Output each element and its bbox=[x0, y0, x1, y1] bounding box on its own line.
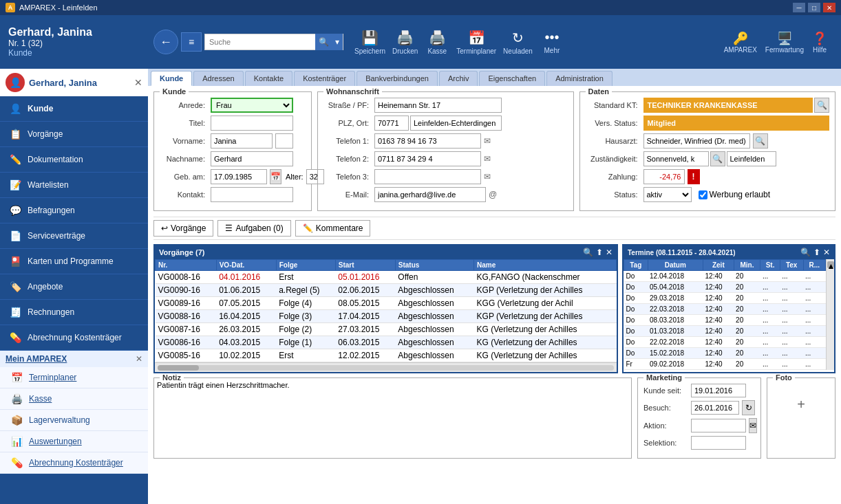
tel1-input[interactable] bbox=[374, 133, 481, 149]
table-row[interactable]: Do08.03.201812:4020......... bbox=[624, 315, 826, 326]
maximize-button[interactable]: □ bbox=[808, 3, 820, 12]
tab-kostentraeger[interactable]: Kostenträger bbox=[294, 71, 355, 86]
minimize-button[interactable]: ─ bbox=[793, 3, 805, 12]
vorgaenge-scrollbar-thumb[interactable] bbox=[158, 365, 199, 371]
table-row[interactable]: Do22.03.201812:4020......... bbox=[624, 304, 826, 315]
table-row[interactable]: VG0090-1601.06.2015a.Regel (5)02.06.2015… bbox=[156, 284, 617, 297]
sidebar-item-dokumentation[interactable]: ✏️ Dokumentation bbox=[0, 147, 148, 173]
table-row[interactable]: Do05.04.201812:4020......... bbox=[624, 282, 826, 293]
sidebar-item-servicevertraege[interactable]: 📄 Serviceverträge bbox=[0, 223, 148, 249]
table-row[interactable]: VG0085-1610.02.2015Erst12.02.2015Abgesch… bbox=[156, 349, 617, 362]
sidebar-item-befragungen[interactable]: 💬 Befragungen bbox=[0, 198, 148, 223]
table-row[interactable]: VG0089-1607.05.2015Folge (4)08.05.2015Ab… bbox=[156, 297, 617, 310]
sidebar-item-rechnungen[interactable]: 🧾 Rechnungen bbox=[0, 300, 148, 325]
close-button[interactable]: ✕ bbox=[823, 3, 835, 12]
termine-close-icon[interactable]: ✕ bbox=[823, 248, 830, 257]
kontakt-input[interactable] bbox=[211, 187, 293, 202]
calendar-button[interactable]: 📅 bbox=[270, 169, 281, 184]
anrede-select[interactable]: Frau bbox=[211, 98, 293, 113]
table-row[interactable]: Do22.02.201812:4020......... bbox=[624, 337, 826, 348]
plz-input[interactable] bbox=[374, 116, 409, 131]
sidebar-item-abrechnung[interactable]: 💊 Abrechnung Kostenträger bbox=[0, 325, 148, 351]
besuch-refresh-button[interactable]: ↻ bbox=[742, 400, 755, 415]
terminplaner-action[interactable]: 📅 Terminplaner bbox=[454, 28, 499, 56]
tab-kunde[interactable]: Kunde bbox=[151, 71, 192, 86]
status-select[interactable]: aktiv bbox=[643, 187, 692, 202]
table-row[interactable]: Do12.04.201812:4020......... bbox=[624, 271, 826, 282]
search-button[interactable]: 🔍 bbox=[315, 34, 332, 50]
print-action[interactable]: 🖨️ Drucken bbox=[390, 28, 420, 56]
kt-search-button[interactable]: 🔍 bbox=[814, 98, 829, 113]
sidebar-active-close-icon[interactable]: ✕ bbox=[134, 77, 142, 88]
tab-administration[interactable]: Administration bbox=[546, 71, 613, 86]
aktion-input[interactable] bbox=[691, 419, 746, 432]
sidebar-item-kunde[interactable]: 👤 Kunde bbox=[0, 96, 148, 122]
back-button[interactable]: ← bbox=[153, 30, 178, 54]
vorgaenge-search-icon[interactable]: 🔍 bbox=[583, 248, 593, 257]
tab-adressen[interactable]: Adressen bbox=[193, 71, 243, 86]
tab-bankverbindungen[interactable]: Bankverbindungen bbox=[356, 71, 438, 86]
mehr-action[interactable]: ••• Mehr bbox=[537, 28, 567, 56]
sidebar-item-angebote[interactable]: 🏷️ Angebote bbox=[0, 274, 148, 300]
vorgaenge-expand-icon[interactable]: ⬆ bbox=[596, 248, 603, 257]
sub-item-terminplaner[interactable]: 📅 Terminplaner bbox=[0, 367, 148, 388]
sub-item-lager[interactable]: 📦 Lagerverwaltung bbox=[0, 410, 148, 431]
table-row[interactable]: VG0008-1604.01.2016Erst05.01.2016OffenKG… bbox=[156, 271, 617, 284]
foto-add-button[interactable]: + bbox=[773, 384, 829, 425]
table-row[interactable]: VG0087-1626.03.2015Folge (2)27.03.2015Ab… bbox=[156, 323, 617, 336]
mein-amparex-close-icon[interactable]: ✕ bbox=[136, 354, 142, 364]
tab-archiv[interactable]: Archiv bbox=[439, 71, 478, 86]
sub-item-kasse[interactable]: 🖨️ Kasse bbox=[0, 388, 148, 410]
table-row[interactable]: VG0086-1604.03.2015Folge (1)06.03.2015Ab… bbox=[156, 336, 617, 349]
tab-kontakte[interactable]: Kontakte bbox=[245, 71, 292, 86]
kasse-action[interactable]: 🖨️ Kasse bbox=[422, 28, 452, 56]
kommentare-button[interactable]: ✏️ Kommentare bbox=[295, 220, 371, 237]
vorname-input[interactable] bbox=[211, 133, 273, 149]
ort-input[interactable] bbox=[410, 116, 502, 131]
menu-button[interactable]: ≡ bbox=[181, 32, 202, 52]
zustand-search-button[interactable]: 🔍 bbox=[710, 151, 725, 166]
table-row[interactable]: Do15.02.201812:4020......... bbox=[624, 348, 826, 359]
geb-input[interactable] bbox=[211, 169, 267, 184]
search-dropdown-button[interactable]: ▾ bbox=[332, 34, 343, 50]
notiz-textarea[interactable]: Patientin trägt einen Herzschrittmacher. bbox=[154, 378, 631, 440]
amparex-link[interactable]: 🔑 AMPAREX bbox=[724, 31, 757, 54]
hilfe-link[interactable]: ❓ Hilfe bbox=[812, 31, 827, 54]
besuch-input[interactable] bbox=[691, 401, 739, 415]
sidebar-item-vorgaenge[interactable]: 📋 Vorgänge bbox=[0, 122, 148, 147]
werbung-checkbox-label[interactable]: Werbung erlaubt bbox=[699, 190, 771, 199]
search-input[interactable] bbox=[205, 36, 315, 47]
termine-scroll-up[interactable]: ▲ bbox=[827, 261, 834, 268]
aktion-send-button[interactable]: ✉ bbox=[749, 418, 757, 433]
tel3-input[interactable] bbox=[374, 169, 481, 184]
table-row[interactable]: Do29.03.201812:4020......... bbox=[624, 293, 826, 304]
titel-input[interactable] bbox=[211, 116, 293, 131]
aufgaben-button[interactable]: ☰ Aufgaben (0) bbox=[217, 220, 290, 237]
werbung-checkbox[interactable] bbox=[699, 190, 707, 199]
save-action[interactable]: 💾 Speichern bbox=[352, 28, 388, 56]
termine-search-icon[interactable]: 🔍 bbox=[800, 248, 811, 257]
sub-item-auswertungen[interactable]: 📊 Auswertungen bbox=[0, 431, 148, 452]
sidebar-item-karten[interactable]: 🎴 Karten und Programme bbox=[0, 249, 148, 274]
kundeseit-input[interactable] bbox=[691, 384, 746, 397]
sidebar-item-wartelisten[interactable]: 📝 Wartelisten bbox=[0, 173, 148, 198]
hausarzt-input[interactable] bbox=[643, 133, 750, 149]
nachname-input[interactable] bbox=[211, 151, 293, 166]
selektion-input[interactable] bbox=[691, 436, 746, 450]
tel2-input[interactable] bbox=[374, 151, 481, 166]
neuladen-action[interactable]: ↻ Neuladen bbox=[500, 28, 535, 56]
sub-item-abrechnung2[interactable]: 💊 Abrechnung Kostenträger bbox=[0, 452, 148, 474]
vorgaenge-close-icon[interactable]: ✕ bbox=[606, 248, 613, 257]
sidebar-active-item[interactable]: 👤 Gerhard, Janina ✕ bbox=[0, 69, 148, 96]
strasse-input[interactable] bbox=[374, 98, 502, 113]
mein-amparex-section[interactable]: Mein AMPAREX ✕ bbox=[0, 351, 148, 367]
termine-scrollbar[interactable]: ▲ bbox=[826, 259, 834, 370]
table-row[interactable]: Fr09.02.201812:4020......... bbox=[624, 359, 826, 370]
table-row[interactable]: VG0088-1616.04.2015Folge (3)17.04.2015Ab… bbox=[156, 310, 617, 323]
vorgaenge-scrollbar[interactable] bbox=[155, 362, 617, 372]
vorname2-input[interactable] bbox=[275, 133, 293, 149]
hausarzt-search-button[interactable]: 🔍 bbox=[753, 133, 768, 149]
tab-eigenschaften[interactable]: Eigenschaften bbox=[479, 71, 545, 86]
zustand-ort-input[interactable] bbox=[727, 151, 776, 166]
fernwartung-link[interactable]: 🖥️ Fernwartung bbox=[765, 31, 804, 54]
